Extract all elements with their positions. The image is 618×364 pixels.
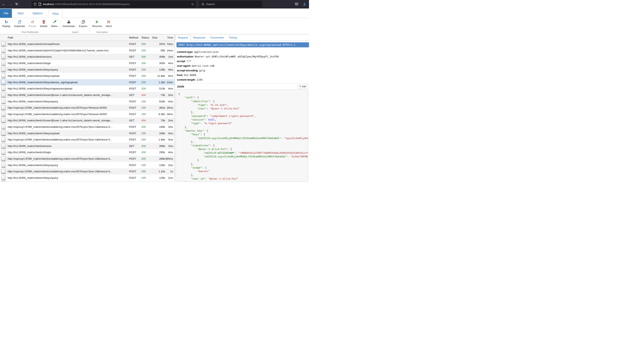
menu-file[interactable]: File <box>0 9 12 18</box>
browser-search[interactable]: Search <box>199 1 262 7</box>
export-button[interactable]: Export▾ <box>77 19 89 31</box>
column-header-size[interactable]: Size <box>152 36 165 39</box>
url-bar[interactable]: localhost:1445/#/flows/fba5f13d-91e1-437… <box>31 1 196 7</box>
table-row-partial[interactable] <box>0 181 175 182</box>
flow-status: 200 <box>140 144 152 147</box>
table-row[interactable]: http://hs1:8008/_matrix/client/versionsG… <box>0 54 175 60</box>
table-row[interactable]: http://hs1:8008/_matrix/client/v3/keys/q… <box>0 162 175 168</box>
flow-document-icon <box>1 175 6 180</box>
edit-button[interactable]: ✎ Edit <box>297 84 308 89</box>
flow-method: POST <box>129 62 140 65</box>
table-row[interactable]: http://hs1:8008/_matrix/client/v3/user/@… <box>0 92 175 98</box>
table-row[interactable]: http://hs1:8008/_matrix/client/v3/keys/q… <box>0 66 175 73</box>
flow-path: http://hs1:8008/_matrix/client/versions <box>7 55 129 58</box>
download-button[interactable]: Download▾ <box>61 19 77 31</box>
table-row[interactable]: http://hs1:8008/_matrix/client/v3/loginP… <box>0 149 175 156</box>
flow-time: 4ms <box>165 62 175 65</box>
bookmark-star-icon[interactable]: ☆ <box>191 2 194 6</box>
column-header-method[interactable]: Method <box>129 36 140 39</box>
flow-path: http://hs1:8008/_matrix/client/v3/login <box>7 62 129 65</box>
caret-down-icon: ▾ <box>87 26 88 27</box>
group-label-export: Export <box>60 31 90 34</box>
flow-path: http://hs1:8008/_matrix/client/v3/login <box>7 151 129 154</box>
column-header-status[interactable]: Status <box>140 36 152 39</box>
table-row[interactable]: http://hs1:8008/_matrix/client/v3/keys/s… <box>0 85 175 92</box>
pencil-icon: ✎ <box>299 85 301 88</box>
json-body[interactable]: { "auth": { "identifier": { "type": "m.i… <box>176 89 308 182</box>
table-row[interactable]: http://hs1:8008/_matrix/client/v3/keys/u… <box>0 73 175 79</box>
table-row[interactable]: http://hs1:8008/_matrix/client/versionsG… <box>0 143 175 149</box>
paintbrush-icon <box>53 20 57 24</box>
table-row[interactable]: http://hs1:8008/_matrix/client/v3/keys/q… <box>0 175 175 181</box>
flow-method: GET <box>129 119 140 122</box>
main-area: Path Method Status Size Time http://hs1:… <box>0 34 309 182</box>
flow-size: 11.9kb <box>152 74 165 78</box>
table-row[interactable]: http://ssproxy1:6789/_matrix/client/unst… <box>0 124 175 130</box>
flow-icon-cell <box>0 67 7 72</box>
column-header-time[interactable]: Time <box>165 36 175 39</box>
table-row[interactable]: http://hs1:8008/_matrix/client/v3/keys/d… <box>0 79 175 86</box>
table-row[interactable]: http://ssproxy1:6789/_matrix/client/unst… <box>0 168 175 175</box>
table-row[interactable]: http://ssproxy1:6789/_matrix/client/unst… <box>0 111 175 117</box>
json-line: }, <box>178 110 308 114</box>
flow-path: http://hs1:8008/_matrix/client/v3/keys/d… <box>7 81 129 84</box>
table-row[interactable]: http://hs1:8008/_matrix/client/v3/join/%… <box>0 47 175 54</box>
delete-button[interactable]: Delete <box>38 19 49 31</box>
flow-toolbar: ↻ Replay Duplicate ↺ Revert Delete <box>0 18 309 34</box>
forward-icon[interactable]: → <box>9 2 12 6</box>
tab-response[interactable]: Response <box>191 35 208 40</box>
flow-path: http://hs1:8008/_matrix/client/v3/keys/u… <box>7 132 129 135</box>
pocket-icon[interactable] <box>295 2 298 6</box>
flow-time: 4ms <box>165 100 175 103</box>
table-row[interactable]: http://ssproxy1:6789/_matrix/client/unst… <box>0 156 175 162</box>
table-row[interactable]: http://hs1:8008/_matrix/client/v3/loginP… <box>0 60 175 66</box>
table-row[interactable]: http://hs1:8008/_matrix/client/v3/keys/q… <box>0 98 175 104</box>
page-info-icon[interactable] <box>39 3 41 6</box>
duplicate-button[interactable]: Duplicate <box>12 19 27 31</box>
search-icon <box>202 3 204 6</box>
request-header-line: accept-encoding: gzip <box>177 68 309 73</box>
flow-size: 73b <box>152 119 165 122</box>
table-row[interactable]: http://ssproxy1:6789/_matrix/client/unst… <box>0 136 175 143</box>
back-icon[interactable]: ← <box>2 2 5 6</box>
trash-icon <box>42 20 45 24</box>
menu-start[interactable]: Start <box>14 9 27 18</box>
column-header-path[interactable]: Path <box>7 36 129 39</box>
downloads-icon[interactable] <box>303 2 306 6</box>
replay-button[interactable]: ↻ Replay <box>0 19 12 31</box>
reload-icon[interactable]: ↻ <box>15 2 18 6</box>
flow-document-icon <box>1 105 6 110</box>
flow-document-icon <box>1 163 6 168</box>
tab-connection[interactable]: Connection <box>208 35 226 40</box>
json-line: "usage": [ <box>178 166 308 169</box>
flow-icon-cell <box>0 156 7 161</box>
menu-flow[interactable]: Flow <box>49 9 62 18</box>
request-header-line: host: hs1:8008 <box>177 73 309 78</box>
resume-button[interactable]: Resume <box>90 19 104 31</box>
request-line[interactable]: POST http://hs1:8008/_matrix/client/v3/k… <box>176 42 309 47</box>
header-value: hs1:8008 <box>184 74 196 77</box>
table-row[interactable]: http://hs1:8008/_matrix/client/v3/user/@… <box>0 117 175 124</box>
tab-timing[interactable]: Timing <box>226 35 239 40</box>
table-row[interactable]: http://hs1:8008/_matrix/client/v3/keys/u… <box>0 130 175 136</box>
url-path: :1445/#/flows/fba5f13d-91e1-4374-81fd-90… <box>54 3 130 6</box>
mitmweb-menu: File Start Options Flow <box>0 9 309 18</box>
mark-button[interactable]: Mark▾ <box>49 19 60 31</box>
flow-path: http://ssproxy1:6789/_matrix/client/unst… <box>7 113 129 116</box>
flow-icon-cell <box>0 112 7 117</box>
table-row[interactable]: http://ssproxy1:6789/_matrix/client/unst… <box>0 104 175 111</box>
tab-request[interactable]: Request <box>175 35 191 40</box>
revert-button[interactable]: ↺ Revert <box>27 19 38 31</box>
body-section-header: JSON ✎ Edit <box>175 84 309 89</box>
flow-size: 59b <box>152 49 165 52</box>
flow-method: POST <box>129 49 140 52</box>
request-header-line: content-type: application/json <box>177 50 309 54</box>
flow-method: POST <box>129 113 140 116</box>
table-row[interactable]: http://hs1:8008/_matrix/client/v3/create… <box>0 41 175 47</box>
shield-icon[interactable] <box>33 3 37 6</box>
menu-options[interactable]: Options <box>29 9 46 18</box>
json-line: "identifier": { <box>178 100 308 103</box>
abort-button[interactable]: Abort <box>104 19 114 31</box>
flow-document-icon <box>1 48 6 53</box>
flow-time: 25ms <box>165 106 175 109</box>
